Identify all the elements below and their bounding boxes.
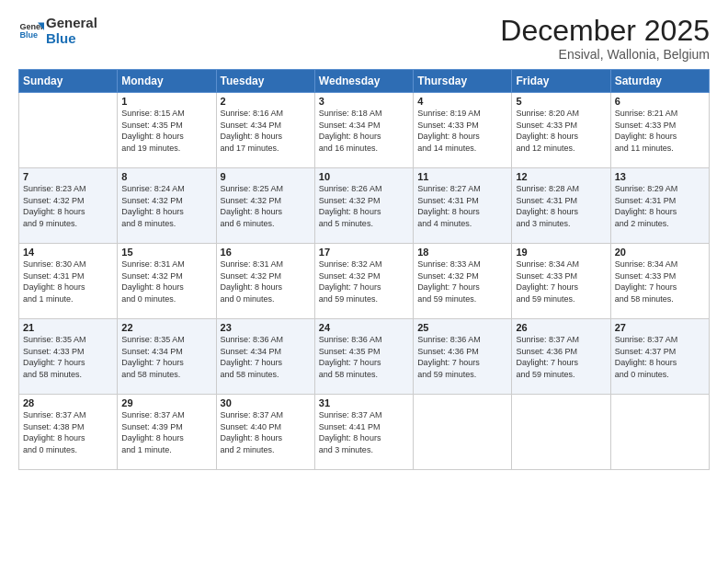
day-info: Sunrise: 8:27 AMSunset: 4:31 PMDaylight:… xyxy=(417,183,507,229)
calendar-header-cell: Sunday xyxy=(19,70,118,93)
day-number: 18 xyxy=(417,247,507,258)
day-info: Sunrise: 8:23 AMSunset: 4:32 PMDaylight:… xyxy=(23,183,113,229)
day-info: Sunrise: 8:31 AMSunset: 4:32 PMDaylight:… xyxy=(221,259,311,304)
day-info: Sunrise: 8:37 AMSunset: 4:36 PMDaylight:… xyxy=(516,334,606,380)
day-number: 26 xyxy=(516,322,606,333)
calendar-cell: 16Sunrise: 8:31 AMSunset: 4:32 PMDayligh… xyxy=(216,244,314,319)
day-number: 3 xyxy=(319,96,409,107)
day-number: 1 xyxy=(121,96,211,107)
calendar-week-row: 21Sunrise: 8:35 AMSunset: 4:33 PMDayligh… xyxy=(19,319,710,395)
logo-icon: General Blue xyxy=(18,17,44,43)
calendar-cell: 30Sunrise: 8:37 AMSunset: 4:40 PMDayligh… xyxy=(216,395,314,470)
calendar-cell: 25Sunrise: 8:36 AMSunset: 4:36 PMDayligh… xyxy=(414,319,512,395)
day-number: 2 xyxy=(221,96,311,107)
day-info: Sunrise: 8:15 AMSunset: 4:35 PMDaylight:… xyxy=(121,108,211,154)
calendar-header-row: SundayMondayTuesdayWednesdayThursdayFrid… xyxy=(19,70,710,93)
day-info: Sunrise: 8:29 AMSunset: 4:31 PMDaylight:… xyxy=(615,183,705,229)
calendar-cell: 27Sunrise: 8:37 AMSunset: 4:37 PMDayligh… xyxy=(610,319,709,395)
day-number: 27 xyxy=(615,322,705,333)
day-info: Sunrise: 8:36 AMSunset: 4:34 PMDaylight:… xyxy=(221,334,311,380)
day-info: Sunrise: 8:37 AMSunset: 4:40 PMDaylight:… xyxy=(221,409,311,455)
calendar-cell: 3Sunrise: 8:18 AMSunset: 4:34 PMDaylight… xyxy=(314,93,413,168)
day-number: 20 xyxy=(615,247,705,258)
day-number: 23 xyxy=(221,322,311,333)
day-info: Sunrise: 8:18 AMSunset: 4:34 PMDaylight:… xyxy=(319,108,409,154)
day-info: Sunrise: 8:30 AMSunset: 4:31 PMDaylight:… xyxy=(23,259,113,304)
calendar-header-cell: Tuesday xyxy=(216,70,314,93)
day-info: Sunrise: 8:28 AMSunset: 4:31 PMDaylight:… xyxy=(516,183,606,229)
day-info: Sunrise: 8:16 AMSunset: 4:34 PMDaylight:… xyxy=(221,108,311,154)
calendar-cell xyxy=(512,395,610,470)
calendar-cell: 23Sunrise: 8:36 AMSunset: 4:34 PMDayligh… xyxy=(216,319,314,395)
day-number: 13 xyxy=(615,171,705,182)
day-number: 28 xyxy=(23,397,113,408)
calendar-cell: 18Sunrise: 8:33 AMSunset: 4:32 PMDayligh… xyxy=(414,244,512,319)
day-info: Sunrise: 8:37 AMSunset: 4:39 PMDaylight:… xyxy=(121,409,211,455)
day-number: 25 xyxy=(417,322,507,333)
calendar-cell: 8Sunrise: 8:24 AMSunset: 4:32 PMDaylight… xyxy=(118,168,216,244)
calendar-header-cell: Monday xyxy=(118,70,216,93)
calendar-header-cell: Wednesday xyxy=(314,70,413,93)
calendar-week-row: 1Sunrise: 8:15 AMSunset: 4:35 PMDaylight… xyxy=(19,93,710,168)
day-number: 7 xyxy=(23,171,113,182)
day-info: Sunrise: 8:36 AMSunset: 4:35 PMDaylight:… xyxy=(319,334,409,380)
calendar-cell: 12Sunrise: 8:28 AMSunset: 4:31 PMDayligh… xyxy=(512,168,610,244)
day-info: Sunrise: 8:34 AMSunset: 4:33 PMDaylight:… xyxy=(516,259,606,304)
calendar-table: SundayMondayTuesdayWednesdayThursdayFrid… xyxy=(18,69,710,470)
calendar-cell: 9Sunrise: 8:25 AMSunset: 4:32 PMDaylight… xyxy=(216,168,314,244)
day-number: 31 xyxy=(319,397,409,408)
day-info: Sunrise: 8:37 AMSunset: 4:41 PMDaylight:… xyxy=(319,409,409,455)
subtitle: Ensival, Wallonia, Belgium xyxy=(500,47,710,62)
calendar-week-row: 7Sunrise: 8:23 AMSunset: 4:32 PMDaylight… xyxy=(19,168,710,244)
day-info: Sunrise: 8:33 AMSunset: 4:32 PMDaylight:… xyxy=(417,259,507,304)
day-info: Sunrise: 8:35 AMSunset: 4:34 PMDaylight:… xyxy=(121,334,211,380)
calendar-cell: 31Sunrise: 8:37 AMSunset: 4:41 PMDayligh… xyxy=(314,395,413,470)
page: General Blue General Blue December 2025 … xyxy=(0,0,728,563)
calendar-cell: 21Sunrise: 8:35 AMSunset: 4:33 PMDayligh… xyxy=(19,319,118,395)
calendar-cell: 10Sunrise: 8:26 AMSunset: 4:32 PMDayligh… xyxy=(314,168,413,244)
day-number: 12 xyxy=(516,171,606,182)
calendar-body: 1Sunrise: 8:15 AMSunset: 4:35 PMDaylight… xyxy=(19,93,710,470)
day-info: Sunrise: 8:36 AMSunset: 4:36 PMDaylight:… xyxy=(417,334,507,380)
day-info: Sunrise: 8:25 AMSunset: 4:32 PMDaylight:… xyxy=(221,183,311,229)
calendar-header-cell: Thursday xyxy=(414,70,512,93)
day-number: 19 xyxy=(516,247,606,258)
day-number: 21 xyxy=(23,322,113,333)
day-number: 29 xyxy=(121,397,211,408)
calendar-cell: 24Sunrise: 8:36 AMSunset: 4:35 PMDayligh… xyxy=(314,319,413,395)
calendar-cell: 13Sunrise: 8:29 AMSunset: 4:31 PMDayligh… xyxy=(610,168,709,244)
logo: General Blue General Blue xyxy=(18,15,97,47)
calendar-header-cell: Saturday xyxy=(610,70,709,93)
day-number: 17 xyxy=(319,247,409,258)
day-number: 15 xyxy=(121,247,211,258)
calendar-cell: 15Sunrise: 8:31 AMSunset: 4:32 PMDayligh… xyxy=(118,244,216,319)
calendar-cell xyxy=(19,93,118,168)
calendar-cell: 19Sunrise: 8:34 AMSunset: 4:33 PMDayligh… xyxy=(512,244,610,319)
calendar-cell: 5Sunrise: 8:20 AMSunset: 4:33 PMDaylight… xyxy=(512,93,610,168)
calendar-cell: 4Sunrise: 8:19 AMSunset: 4:33 PMDaylight… xyxy=(414,93,512,168)
day-info: Sunrise: 8:21 AMSunset: 4:33 PMDaylight:… xyxy=(615,108,705,154)
day-number: 4 xyxy=(417,96,507,107)
day-info: Sunrise: 8:19 AMSunset: 4:33 PMDaylight:… xyxy=(417,108,507,154)
day-info: Sunrise: 8:37 AMSunset: 4:37 PMDaylight:… xyxy=(615,334,705,380)
calendar-header-cell: Friday xyxy=(512,70,610,93)
day-info: Sunrise: 8:24 AMSunset: 4:32 PMDaylight:… xyxy=(121,183,211,229)
svg-text:Blue: Blue xyxy=(19,31,38,40)
calendar-cell: 17Sunrise: 8:32 AMSunset: 4:32 PMDayligh… xyxy=(314,244,413,319)
calendar-cell: 29Sunrise: 8:37 AMSunset: 4:39 PMDayligh… xyxy=(118,395,216,470)
calendar-week-row: 28Sunrise: 8:37 AMSunset: 4:38 PMDayligh… xyxy=(19,395,710,470)
day-info: Sunrise: 8:26 AMSunset: 4:32 PMDaylight:… xyxy=(319,183,409,229)
day-number: 16 xyxy=(221,247,311,258)
day-number: 11 xyxy=(417,171,507,182)
day-number: 14 xyxy=(23,247,113,258)
calendar-cell: 26Sunrise: 8:37 AMSunset: 4:36 PMDayligh… xyxy=(512,319,610,395)
day-number: 6 xyxy=(615,96,705,107)
calendar-cell: 14Sunrise: 8:30 AMSunset: 4:31 PMDayligh… xyxy=(19,244,118,319)
calendar-cell: 7Sunrise: 8:23 AMSunset: 4:32 PMDaylight… xyxy=(19,168,118,244)
day-number: 22 xyxy=(121,322,211,333)
day-number: 24 xyxy=(319,322,409,333)
calendar-cell: 2Sunrise: 8:16 AMSunset: 4:34 PMDaylight… xyxy=(216,93,314,168)
day-info: Sunrise: 8:37 AMSunset: 4:38 PMDaylight:… xyxy=(23,409,113,455)
calendar-cell xyxy=(610,395,709,470)
day-info: Sunrise: 8:35 AMSunset: 4:33 PMDaylight:… xyxy=(23,334,113,380)
